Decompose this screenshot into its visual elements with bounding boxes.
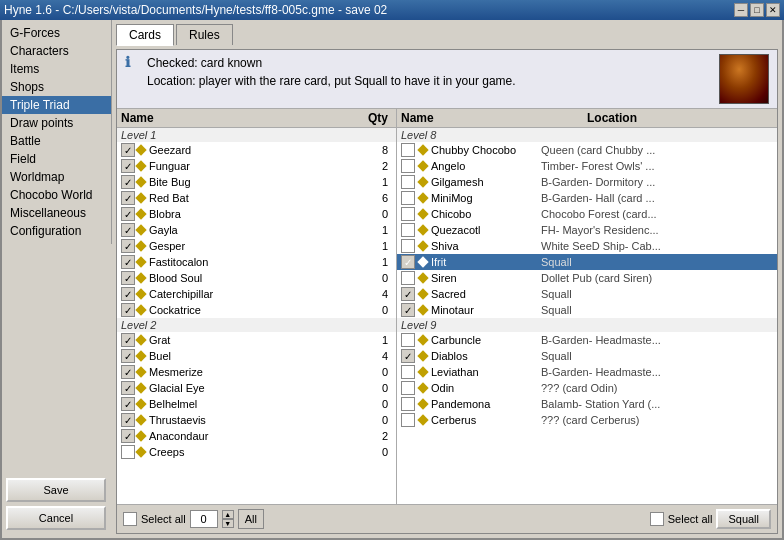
list-item[interactable]: Gesper1	[117, 238, 396, 254]
sidebar-item-chocobo-world[interactable]: Chocobo World	[2, 186, 111, 204]
card-checkbox[interactable]	[121, 159, 135, 173]
qty-spinner[interactable]: ▲ ▼	[222, 510, 234, 528]
tab-rules[interactable]: Rules	[176, 24, 233, 45]
sidebar-item-characters[interactable]: Characters	[2, 42, 111, 60]
list-item[interactable]: Creeps0	[117, 444, 396, 460]
left-card-list[interactable]: Level 1Geezard8Funguar2Bite Bug1Red Bat6…	[117, 128, 396, 504]
card-checkbox[interactable]	[121, 175, 135, 189]
card-checkbox[interactable]	[401, 365, 415, 379]
sidebar-item-worldmap[interactable]: Worldmap	[2, 168, 111, 186]
list-item[interactable]: IfritSquall	[397, 254, 777, 270]
list-item[interactable]: Gayla1	[117, 222, 396, 238]
sidebar-item-g-forces[interactable]: G-Forces	[2, 24, 111, 42]
card-checkbox[interactable]	[401, 397, 415, 411]
card-checkbox[interactable]	[401, 207, 415, 221]
list-item[interactable]: Buel4	[117, 348, 396, 364]
list-item[interactable]: Cockatrice0	[117, 302, 396, 318]
list-item[interactable]: QuezacotlFH- Mayor's Residenc...	[397, 222, 777, 238]
select-all-checkbox[interactable]	[123, 512, 137, 526]
list-item[interactable]: Caterchipillar4	[117, 286, 396, 302]
cancel-button[interactable]: Cancel	[6, 506, 106, 530]
card-checkbox[interactable]	[121, 413, 135, 427]
list-item[interactable]: Thrustaevis0	[117, 412, 396, 428]
spin-down[interactable]: ▼	[222, 519, 234, 528]
list-item[interactable]: Glacial Eye0	[117, 380, 396, 396]
sidebar-item-field[interactable]: Field	[2, 150, 111, 168]
card-checkbox[interactable]	[401, 287, 415, 301]
close-button[interactable]: ✕	[766, 3, 780, 17]
card-checkbox[interactable]	[121, 303, 135, 317]
list-item[interactable]: SacredSquall	[397, 286, 777, 302]
card-checkbox[interactable]	[121, 143, 135, 157]
card-checkbox[interactable]	[121, 239, 135, 253]
list-item[interactable]: Grat1	[117, 332, 396, 348]
card-checkbox[interactable]	[401, 381, 415, 395]
card-checkbox[interactable]	[401, 143, 415, 157]
card-checkbox[interactable]	[401, 333, 415, 347]
squall-button[interactable]: Squall	[716, 509, 771, 529]
list-item[interactable]: AngeloTimber- Forest Owls' ...	[397, 158, 777, 174]
card-checkbox[interactable]	[121, 287, 135, 301]
card-checkbox[interactable]	[401, 255, 415, 269]
list-item[interactable]: Belhelmel0	[117, 396, 396, 412]
card-checkbox[interactable]	[401, 303, 415, 317]
card-checkbox[interactable]	[121, 223, 135, 237]
card-checkbox[interactable]	[401, 413, 415, 427]
list-item[interactable]: SirenDollet Pub (card Siren)	[397, 270, 777, 286]
card-checkbox[interactable]	[401, 175, 415, 189]
sidebar-item-miscellaneous[interactable]: Miscellaneous	[2, 204, 111, 222]
list-item[interactable]: Chubby ChocoboQueen (card Chubby ...	[397, 142, 777, 158]
list-item[interactable]: MinotaurSquall	[397, 302, 777, 318]
list-item[interactable]: Odin??? (card Odin)	[397, 380, 777, 396]
list-item[interactable]: Blobra0	[117, 206, 396, 222]
list-item[interactable]: GilgameshB-Garden- Dormitory ...	[397, 174, 777, 190]
sidebar-item-draw-points[interactable]: Draw points	[2, 114, 111, 132]
card-checkbox[interactable]	[401, 349, 415, 363]
card-checkbox[interactable]	[121, 381, 135, 395]
list-item[interactable]: MiniMogB-Garden- Hall (card ...	[397, 190, 777, 206]
card-checkbox[interactable]	[121, 207, 135, 221]
minimize-button[interactable]: ─	[734, 3, 748, 17]
list-item[interactable]: LeviathanB-Garden- Headmaste...	[397, 364, 777, 380]
right-card-list[interactable]: Level 8Chubby ChocoboQueen (card Chubby …	[397, 128, 777, 504]
sidebar-item-battle[interactable]: Battle	[2, 132, 111, 150]
card-checkbox[interactable]	[401, 271, 415, 285]
card-checkbox[interactable]	[121, 429, 135, 443]
card-checkbox[interactable]	[121, 397, 135, 411]
card-checkbox[interactable]	[121, 333, 135, 347]
sidebar-item-items[interactable]: Items	[2, 60, 111, 78]
card-checkbox[interactable]	[401, 191, 415, 205]
list-item[interactable]: Geezard8	[117, 142, 396, 158]
list-item[interactable]: Blood Soul0	[117, 270, 396, 286]
list-item[interactable]: Anacondaur2	[117, 428, 396, 444]
sidebar-item-triple-triad[interactable]: Triple Triad	[2, 96, 111, 114]
qty-input[interactable]: 0	[190, 510, 218, 528]
card-checkbox[interactable]	[401, 223, 415, 237]
list-item[interactable]: Funguar2	[117, 158, 396, 174]
card-checkbox[interactable]	[121, 365, 135, 379]
card-checkbox[interactable]	[121, 349, 135, 363]
sidebar-item-shops[interactable]: Shops	[2, 78, 111, 96]
list-item[interactable]: Bite Bug1	[117, 174, 396, 190]
select-all-right-checkbox[interactable]	[650, 512, 664, 526]
list-item[interactable]: CarbuncleB-Garden- Headmaste...	[397, 332, 777, 348]
maximize-button[interactable]: □	[750, 3, 764, 17]
card-checkbox[interactable]	[401, 159, 415, 173]
list-item[interactable]: Red Bat6	[117, 190, 396, 206]
list-item[interactable]: Mesmerize0	[117, 364, 396, 380]
card-checkbox[interactable]	[121, 255, 135, 269]
card-checkbox[interactable]	[121, 191, 135, 205]
save-button[interactable]: Save	[6, 478, 106, 502]
list-item[interactable]: ShivaWhite SeeD Ship- Cab...	[397, 238, 777, 254]
card-checkbox[interactable]	[121, 271, 135, 285]
card-checkbox[interactable]	[401, 239, 415, 253]
sidebar-item-configuration[interactable]: Configuration	[2, 222, 111, 240]
list-item[interactable]: ChicoboChocobo Forest (card...	[397, 206, 777, 222]
list-item[interactable]: PandemonaBalamb- Station Yard (...	[397, 396, 777, 412]
tab-cards[interactable]: Cards	[116, 24, 174, 46]
list-item[interactable]: DiablosSquall	[397, 348, 777, 364]
card-checkbox[interactable]	[121, 445, 135, 459]
all-button[interactable]: All	[238, 509, 264, 529]
list-item[interactable]: Cerberus??? (card Cerberus)	[397, 412, 777, 428]
spin-up[interactable]: ▲	[222, 510, 234, 519]
